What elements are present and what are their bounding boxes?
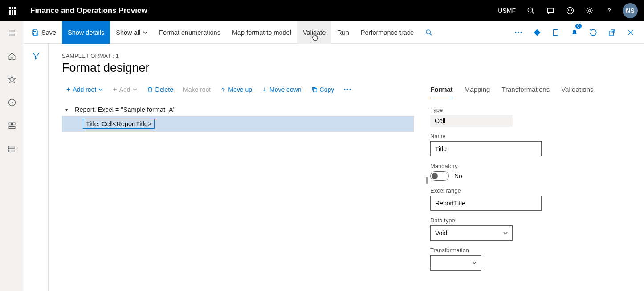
- svg-rect-13: [12, 123, 15, 125]
- message-icon[interactable]: [542, 0, 559, 21]
- tree-root-node[interactable]: ▾ Report: Excel = "Sample format_A": [62, 103, 414, 116]
- command-bar: Save Show details Show all Format enumer…: [24, 21, 644, 44]
- chevron-down-icon: [133, 87, 137, 92]
- name-input[interactable]: [430, 141, 542, 156]
- svg-point-37: [347, 89, 348, 90]
- add-label: Add: [119, 86, 130, 93]
- tree-toolbar: +Add root +Add Delete: [62, 83, 423, 96]
- svg-point-20: [8, 151, 9, 152]
- format-enumerations-button[interactable]: Format enumerations: [153, 21, 226, 44]
- find-button[interactable]: [420, 21, 438, 44]
- mandatory-label: Mandatory: [430, 163, 631, 169]
- show-all-label: Show all: [116, 29, 140, 36]
- svg-point-19: [8, 148, 9, 149]
- add-root-button[interactable]: +Add root: [62, 83, 107, 96]
- help-icon[interactable]: [600, 0, 618, 21]
- feedback-icon[interactable]: [561, 0, 579, 21]
- tab-transformations[interactable]: Transformations: [501, 83, 550, 98]
- search-icon[interactable]: [522, 0, 540, 21]
- validate-button[interactable]: Validate: [297, 21, 331, 44]
- run-label: Run: [337, 29, 349, 36]
- tree-child-label: Title: Cell<ReportTitle>: [83, 119, 155, 129]
- move-down-button[interactable]: Move down: [257, 83, 306, 96]
- nav-home-icon[interactable]: [3, 49, 21, 63]
- trash-icon: [147, 86, 153, 93]
- tab-mapping[interactable]: Mapping: [465, 83, 490, 98]
- save-label: Save: [41, 29, 56, 36]
- move-up-label: Move up: [228, 86, 252, 93]
- validate-label: Validate: [303, 29, 326, 36]
- svg-point-36: [344, 89, 346, 90]
- notification-badge: 0: [575, 24, 582, 29]
- name-label: Name: [430, 133, 631, 139]
- svg-rect-27: [554, 29, 558, 36]
- copy-button[interactable]: Copy: [307, 83, 339, 96]
- attach-button[interactable]: [548, 25, 564, 41]
- copy-label: Copy: [320, 86, 334, 93]
- tree-caret-icon[interactable]: ▾: [65, 107, 68, 112]
- datatype-select[interactable]: Void: [430, 225, 513, 241]
- filter-icon[interactable]: [32, 52, 40, 291]
- svg-point-21: [426, 30, 430, 34]
- save-button[interactable]: Save: [26, 21, 62, 44]
- settings-icon[interactable]: [581, 0, 599, 21]
- svg-point-4: [568, 10, 569, 11]
- datatype-value: Void: [435, 230, 447, 237]
- svg-point-38: [350, 89, 351, 90]
- mandatory-toggle[interactable]: [430, 171, 449, 181]
- tree-child-node[interactable]: Title: Cell<ReportTitle>: [62, 116, 414, 132]
- close-button[interactable]: [623, 25, 639, 41]
- range-label: Excel range: [430, 187, 631, 194]
- transformation-label: Transformation: [430, 247, 631, 254]
- run-button[interactable]: Run: [331, 21, 355, 44]
- svg-rect-2: [547, 8, 554, 13]
- overflow-button[interactable]: [510, 25, 526, 41]
- show-details-button[interactable]: Show details: [62, 21, 110, 44]
- svg-point-3: [567, 8, 574, 14]
- notifications-button[interactable]: 0: [567, 25, 583, 41]
- chevron-down-icon: [503, 231, 508, 235]
- svg-point-0: [528, 8, 533, 12]
- app-launcher-button[interactable]: [4, 0, 21, 21]
- filter-pane: [24, 44, 49, 291]
- add-root-label: Add root: [73, 86, 96, 93]
- svg-rect-12: [9, 123, 11, 125]
- tab-format[interactable]: Format: [430, 83, 453, 98]
- nav-favorites-icon[interactable]: [3, 72, 21, 86]
- mandatory-value: No: [454, 172, 462, 180]
- company-code[interactable]: USMF: [498, 7, 516, 14]
- tree-root-label: Report: Excel = "Sample format_A": [75, 106, 175, 113]
- chevron-down-icon: [472, 261, 477, 265]
- format-enum-label: Format enumerations: [159, 29, 220, 36]
- svg-rect-35: [313, 89, 317, 92]
- show-all-button[interactable]: Show all: [110, 21, 153, 44]
- tab-validations[interactable]: Validations: [561, 83, 593, 98]
- svg-point-6: [589, 10, 591, 12]
- map-format-label: Map format to model: [232, 29, 291, 36]
- map-format-button[interactable]: Map format to model: [226, 21, 297, 44]
- arrow-down-icon: [262, 87, 267, 92]
- nav-recent-icon[interactable]: [3, 95, 21, 110]
- make-root-label: Make root: [183, 86, 211, 93]
- options-button[interactable]: [529, 25, 545, 41]
- refresh-button[interactable]: [585, 25, 601, 41]
- copy-icon: [311, 86, 318, 93]
- transformation-select[interactable]: [430, 255, 481, 271]
- move-up-button[interactable]: Move up: [216, 83, 257, 96]
- user-avatar[interactable]: NS: [623, 3, 638, 18]
- range-input[interactable]: [430, 196, 542, 211]
- nav-hamburger-icon[interactable]: [3, 26, 21, 40]
- svg-point-24: [518, 32, 519, 33]
- svg-marker-32: [33, 53, 39, 59]
- app-title: Finance and Operations Preview: [21, 6, 156, 15]
- svg-line-1: [532, 12, 534, 14]
- performance-trace-button[interactable]: Performance trace: [355, 21, 420, 44]
- nav-workspaces-icon[interactable]: [3, 119, 21, 133]
- splitter-handle[interactable]: ‖: [423, 83, 430, 277]
- more-button[interactable]: [339, 86, 355, 93]
- type-label: Type: [430, 107, 631, 113]
- popout-button[interactable]: [604, 25, 620, 41]
- nav-modules-icon[interactable]: [3, 142, 21, 156]
- svg-point-25: [521, 32, 522, 33]
- delete-button[interactable]: Delete: [143, 83, 178, 96]
